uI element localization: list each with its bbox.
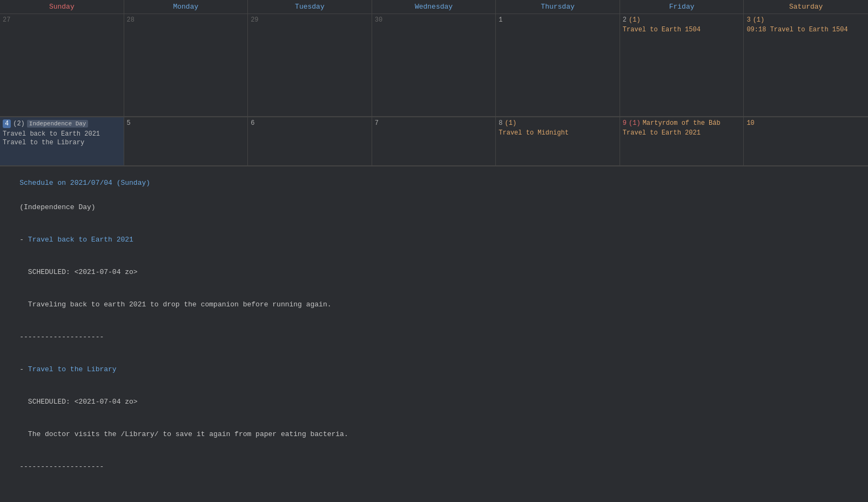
cell-3-count: (1) (753, 16, 765, 24)
cell-4-event-2[interactable]: Travel to the Library (3, 139, 121, 146)
cell-4[interactable]: 4 (2) Independence Day Travel back to Ea… (0, 117, 124, 166)
event-1-desc-indent (19, 300, 28, 309)
header-sunday: Sunday (0, 0, 124, 14)
cell-9-event-1[interactable]: Travel to Earth 2021 (623, 129, 741, 137)
cell-10[interactable]: 10 (744, 117, 868, 166)
cell-2[interactable]: 2 (1) Travel to Earth 1504 (620, 14, 744, 117)
schedule-holiday: (Independence Day) (19, 203, 95, 211)
event-2-description: The doctor visits the /Library/ to save … (28, 430, 348, 438)
schedule-section: Schedule on 2021/07/04 (Sunday) (Indepen… (0, 166, 868, 483)
cell-3-event-1[interactable]: 09:18 Travel to Earth 1504 (746, 26, 865, 34)
calendar-header: Sunday Monday Tuesday Wednesday Thursday… (0, 0, 868, 14)
day-number-4: 4 (3, 119, 11, 128)
day-number-28: 28 (127, 16, 245, 24)
day-number-9: 9 (623, 119, 627, 127)
event-2-scheduled: SCHEDULED: <2021-07-04 zo> (28, 398, 138, 406)
cell-4-count: (2) (13, 120, 25, 128)
cell-6[interactable]: 6 (248, 117, 372, 166)
separator-2: -------------------- (19, 463, 104, 471)
cell-28[interactable]: 28 (124, 14, 248, 117)
cell-4-holiday: Independence Day (27, 120, 89, 128)
cell-7[interactable]: 7 (372, 117, 496, 166)
cell-30[interactable]: 30 (372, 14, 496, 117)
event-1-scheduled: SCHEDULED: <2021-07-04 zo> (28, 268, 138, 276)
separator-1: -------------------- (19, 333, 104, 341)
day-number-5: 5 (127, 119, 245, 127)
cell-27[interactable]: 27 (0, 14, 124, 117)
cell-2-header: 2 (1) (623, 16, 741, 25)
cell-9-count: (1) (629, 119, 641, 127)
cell-2-count: (1) (629, 16, 641, 24)
cell-3-header: 3 (1) (746, 16, 865, 25)
header-thursday: Thursday (496, 0, 620, 14)
cell-8[interactable]: 8 (1) Travel to Midnight (496, 117, 620, 166)
event-2-desc-indent (19, 430, 28, 438)
day-number-3: 3 (746, 16, 750, 24)
header-saturday: Saturday (744, 0, 868, 14)
calendar-row-2: 4 (2) Independence Day Travel back to Ea… (0, 117, 868, 166)
separator-pre-1: - (19, 236, 28, 244)
cell-4-header: 4 (2) Independence Day (3, 119, 121, 129)
separator-pre-2: - (19, 365, 28, 373)
header-monday: Monday (124, 0, 248, 14)
cell-8-event-1[interactable]: Travel to Midnight (499, 129, 617, 137)
event-1-scheduled-label (19, 268, 28, 276)
event-1-title: Travel back to Earth 2021 (28, 236, 133, 244)
event-2-scheduled-label (19, 398, 28, 406)
day-number-29: 29 (251, 16, 369, 24)
cell-9-header: 9 (1) Martyrdom of the Báb (623, 119, 741, 128)
event-1-description: Traveling back to earth 2021 to drop the… (28, 300, 332, 309)
header-tuesday: Tuesday (248, 0, 372, 14)
cell-8-count: (1) (504, 119, 516, 127)
day-number-7: 7 (375, 119, 493, 127)
event-2-title: Travel to the Library (28, 365, 117, 373)
cell-9-holiday: Martyrdom of the Báb (643, 119, 721, 127)
cell-8-header: 8 (1) (499, 119, 617, 128)
calendar-row-1: 27 28 29 30 1 2 (1) Travel to Earth 1504 (0, 14, 868, 117)
day-number-6: 6 (251, 119, 369, 127)
day-number-1: 1 (499, 16, 617, 24)
cell-29[interactable]: 29 (248, 14, 372, 117)
day-number-27: 27 (3, 16, 121, 24)
cell-5[interactable]: 5 (124, 117, 248, 166)
cell-4-event-1[interactable]: Travel back to Earth 2021 (3, 130, 121, 138)
cell-2-event-1[interactable]: Travel to Earth 1504 (623, 26, 741, 34)
calendar-container: Sunday Monday Tuesday Wednesday Thursday… (0, 0, 868, 483)
cell-9[interactable]: 9 (1) Martyrdom of the Báb Travel to Ear… (620, 117, 744, 166)
day-number-10: 10 (746, 119, 865, 127)
cell-3[interactable]: 3 (1) 09:18 Travel to Earth 1504 (744, 14, 868, 117)
day-number-8: 8 (499, 119, 502, 127)
schedule-title: Schedule on 2021/07/04 (Sunday) (19, 179, 150, 187)
header-friday: Friday (620, 0, 744, 14)
day-number-30: 30 (375, 16, 493, 24)
header-wednesday: Wednesday (372, 0, 496, 14)
day-number-2: 2 (623, 16, 627, 24)
cell-1[interactable]: 1 (496, 14, 620, 117)
